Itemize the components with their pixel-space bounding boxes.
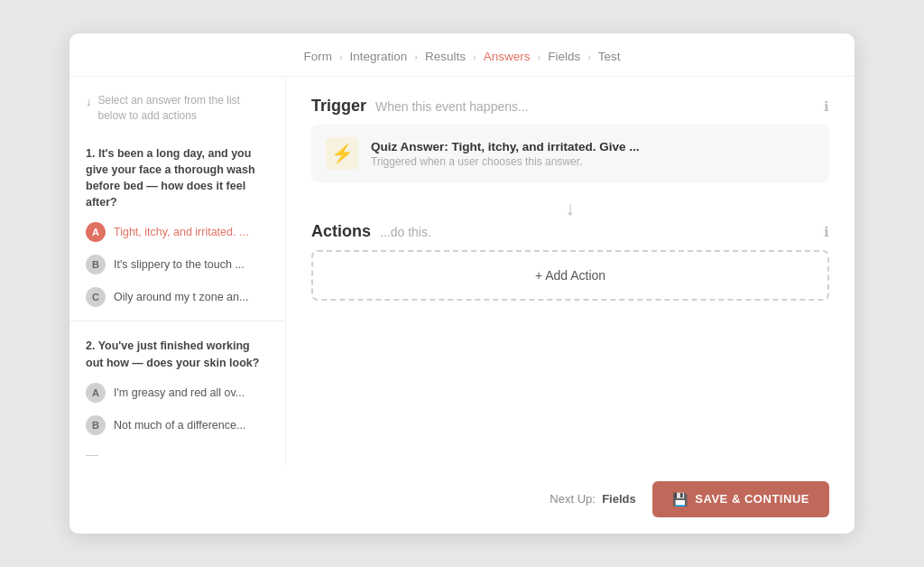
nav-item-results[interactable]: Results [425, 50, 466, 63]
floppy-icon: 💾 [672, 492, 688, 507]
option-text-2b: Not much of a difference... [114, 419, 245, 432]
option-badge-1c: C [86, 287, 106, 307]
actions-title: Actions [311, 222, 371, 241]
sidebar-option-2b[interactable]: B Not much of a difference... [69, 409, 285, 442]
arrow-down-icon: ↓ [86, 94, 92, 110]
nav-chevron-3: › [473, 51, 476, 62]
nav-item-answers[interactable]: Answers [484, 50, 531, 63]
option-text-2a: I'm greasy and red all ov... [114, 386, 245, 399]
nav-item-fields[interactable]: Fields [548, 50, 580, 63]
next-up-text: Next Up: Fields [550, 492, 635, 506]
sidebar-header: ↓ Select an answer from the list below t… [69, 93, 285, 136]
sidebar-more-hint: — [69, 442, 285, 467]
nav-chevron-2: › [414, 51, 418, 62]
nav-item-form[interactable]: Form [303, 50, 332, 63]
add-action-button[interactable]: + Add Action [311, 250, 829, 301]
trigger-header: Trigger When this event happens... ℹ [311, 97, 829, 116]
actions-subtitle: ...do this. [380, 225, 431, 239]
trigger-info-icon[interactable]: ℹ [824, 98, 829, 115]
option-text-1b: It's slippery to the touch ... [114, 258, 245, 271]
trigger-box-title: Quiz Answer: Tight, itchy, and irritated… [371, 140, 640, 153]
nav-label-fields: Fields [548, 50, 580, 63]
nav-chevron-1: › [339, 51, 343, 62]
option-text-1a: Tight, itchy, and irritated. ... [114, 226, 248, 238]
nav-label-answers: Answers [484, 50, 531, 63]
down-arrow-icon: ↓ [311, 199, 829, 218]
trigger-box: ⚡ Quiz Answer: Tight, itchy, and irritat… [311, 125, 829, 182]
bolt-icon: ⚡ [326, 137, 358, 170]
trigger-box-text: Quiz Answer: Tight, itchy, and irritated… [371, 140, 640, 168]
sidebar-header-text: Select an answer from the list below to … [98, 93, 270, 124]
sidebar-option-1c[interactable]: C Oily around my t zone an... [69, 281, 285, 313]
sidebar-question-2: 2. You've just finished working out how … [69, 329, 285, 376]
option-badge-2a: A [86, 383, 106, 403]
nav-chevron-4: › [537, 51, 541, 62]
sidebar-option-1a[interactable]: A Tight, itchy, and irritated. ... [69, 216, 285, 248]
content-area: ↓ Select an answer from the list below t… [69, 77, 855, 466]
nav-item-integration[interactable]: Integration [350, 50, 408, 63]
nav-label-form: Form [303, 50, 332, 63]
save-button-label: SAVE & CONTINUE [695, 492, 809, 506]
option-badge-2b: B [86, 415, 106, 435]
option-badge-1b: B [86, 255, 106, 274]
option-badge-1a: A [86, 222, 106, 242]
next-up-value: Fields [602, 492, 636, 506]
actions-info-icon[interactable]: ℹ [824, 224, 829, 240]
nav-chevron-5: › [587, 51, 591, 62]
sidebar-option-1b[interactable]: B It's slippery to the touch ... [69, 248, 285, 281]
main-panel: Trigger When this event happens... ℹ ⚡ Q… [286, 77, 855, 466]
footer-bar: Next Up: Fields 💾 SAVE & CONTINUE [69, 467, 855, 534]
sidebar-option-2a[interactable]: A I'm greasy and red all ov... [69, 376, 285, 409]
sidebar-question-1: 1. It's been a long day, and you give yo… [69, 136, 285, 217]
save-continue-button[interactable]: 💾 SAVE & CONTINUE [652, 481, 829, 517]
nav-item-test[interactable]: Test [598, 50, 621, 63]
nav-label-integration: Integration [350, 50, 408, 63]
option-text-1c: Oily around my t zone an... [114, 291, 248, 303]
trigger-box-subtitle: Triggered when a user chooses this answe… [371, 155, 640, 168]
sidebar-divider [69, 321, 285, 321]
nav-label-results: Results [425, 50, 466, 63]
nav-bar: Form › Integration › Results › Answers ›… [69, 33, 855, 77]
sidebar: ↓ Select an answer from the list below t… [69, 77, 286, 466]
add-action-label: + Add Action [535, 268, 605, 283]
next-up-label: Next Up: [550, 492, 596, 506]
main-card: Form › Integration › Results › Answers ›… [69, 33, 855, 533]
nav-label-test: Test [598, 50, 621, 63]
trigger-subtitle: When this event happens... [375, 99, 529, 114]
actions-header: Actions ...do this. ℹ [311, 222, 829, 241]
trigger-title: Trigger [311, 97, 366, 116]
